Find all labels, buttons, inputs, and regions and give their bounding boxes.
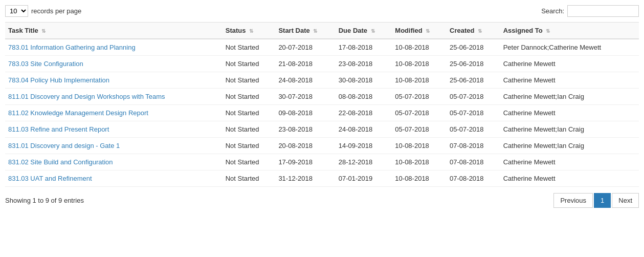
- table-row: 811.03 Refine and Present ReportNot Star…: [5, 121, 639, 138]
- table-row: 811.01 Discovery and Design Workshops wi…: [5, 89, 639, 105]
- showing-entries-text: Showing 1 to 9 of 9 entries: [5, 197, 84, 204]
- cell-assigned-to: Catherine Mewett;Ian Craig: [500, 138, 639, 154]
- cell-task-title: 783.03 Site Configuration: [5, 56, 223, 72]
- cell-due-date: 30-08-2018: [336, 72, 392, 89]
- cell-start-date: 31-12-2018: [275, 170, 335, 187]
- table-row: 831.02 Site Build and ConfigurationNot S…: [5, 154, 639, 170]
- table-row: 831.03 UAT and RefinementNot Started31-1…: [5, 170, 639, 187]
- cell-due-date: 23-08-2018: [336, 56, 392, 72]
- sort-icon-due-date: ⇅: [371, 28, 375, 34]
- task-title-link[interactable]: 831.03 UAT and Refinement: [8, 175, 92, 182]
- task-title-link[interactable]: 811.03 Refine and Present Report: [8, 125, 109, 133]
- cell-modified: 10-08-2018: [392, 56, 447, 72]
- cell-status: Not Started: [223, 154, 276, 170]
- cell-start-date: 20-07-2018: [275, 39, 335, 56]
- col-start-date[interactable]: Start Date ⇅: [275, 23, 335, 39]
- cell-start-date: 30-07-2018: [275, 89, 335, 105]
- task-title-link[interactable]: 831.01 Discovery and design - Gate 1: [8, 142, 120, 149]
- cell-task-title: 811.01 Discovery and Design Workshops wi…: [5, 89, 223, 105]
- cell-start-date: 17-09-2018: [275, 154, 335, 170]
- cell-assigned-to: Catherine Mewett: [500, 56, 639, 72]
- cell-due-date: 08-08-2018: [336, 89, 392, 105]
- sort-icon-status: ⇅: [249, 28, 253, 34]
- table-row: 783.01 Information Gathering and Plannin…: [5, 39, 639, 56]
- sort-icon-created: ⇅: [478, 28, 482, 34]
- cell-status: Not Started: [223, 56, 276, 72]
- search-control: Search:: [541, 5, 639, 17]
- cell-created: 25-06-2018: [447, 56, 500, 72]
- cell-task-title: 831.02 Site Build and Configuration: [5, 154, 223, 170]
- records-per-page-control: 10 25 50 records per page: [5, 5, 81, 17]
- col-created[interactable]: Created ⇅: [447, 23, 500, 39]
- task-title-link[interactable]: 783.03 Site Configuration: [8, 60, 83, 68]
- cell-modified: 10-08-2018: [392, 154, 447, 170]
- bottom-bar: Showing 1 to 9 of 9 entries Previous 1 N…: [5, 193, 639, 208]
- cell-status: Not Started: [223, 105, 276, 121]
- cell-modified: 05-07-2018: [392, 89, 447, 105]
- previous-button[interactable]: Previous: [553, 193, 593, 208]
- cell-modified: 05-07-2018: [392, 121, 447, 138]
- sort-icon-task-title: ⇅: [41, 28, 46, 34]
- pagination-control: Previous 1 Next: [553, 193, 639, 208]
- cell-created: 05-07-2018: [447, 89, 500, 105]
- cell-task-title: 783.01 Information Gathering and Plannin…: [5, 39, 223, 56]
- top-bar: 10 25 50 records per page Search:: [5, 5, 639, 17]
- next-button[interactable]: Next: [612, 193, 639, 208]
- sort-icon-start-date: ⇅: [313, 28, 317, 34]
- cell-status: Not Started: [223, 121, 276, 138]
- cell-assigned-to: Catherine Mewett: [500, 105, 639, 121]
- cell-assigned-to: Catherine Mewett: [500, 170, 639, 187]
- cell-modified: 10-08-2018: [392, 138, 447, 154]
- cell-due-date: 24-08-2018: [336, 121, 392, 138]
- task-title-link[interactable]: 831.02 Site Build and Configuration: [8, 158, 113, 166]
- cell-modified: 05-07-2018: [392, 105, 447, 121]
- cell-start-date: 21-08-2018: [275, 56, 335, 72]
- table-row: 783.03 Site ConfigurationNot Started21-0…: [5, 56, 639, 72]
- cell-created: 25-06-2018: [447, 72, 500, 89]
- cell-task-title: 783.04 Policy Hub Implementation: [5, 72, 223, 89]
- table-header-row: Task Title ⇅ Status ⇅ Start Date ⇅ Due D…: [5, 23, 639, 39]
- cell-modified: 10-08-2018: [392, 170, 447, 187]
- cell-assigned-to: Catherine Mewett: [500, 154, 639, 170]
- cell-due-date: 07-01-2019: [336, 170, 392, 187]
- cell-assigned-to: Catherine Mewett: [500, 72, 639, 89]
- col-modified[interactable]: Modified ⇅: [392, 23, 447, 39]
- records-per-page-select[interactable]: 10 25 50: [5, 5, 28, 17]
- cell-start-date: 24-08-2018: [275, 72, 335, 89]
- table-row: 831.01 Discovery and design - Gate 1Not …: [5, 138, 639, 154]
- search-label: Search:: [541, 7, 564, 15]
- cell-created: 07-08-2018: [447, 170, 500, 187]
- cell-created: 07-08-2018: [447, 138, 500, 154]
- cell-due-date: 22-08-2018: [336, 105, 392, 121]
- sort-icon-modified: ⇅: [426, 28, 430, 34]
- task-title-link[interactable]: 783.04 Policy Hub Implementation: [8, 76, 109, 84]
- task-title-link[interactable]: 811.02 Knowledge Management Design Repor…: [8, 109, 148, 117]
- cell-due-date: 17-08-2018: [336, 39, 392, 56]
- cell-start-date: 09-08-2018: [275, 105, 335, 121]
- cell-created: 07-08-2018: [447, 154, 500, 170]
- task-title-link[interactable]: 783.01 Information Gathering and Plannin…: [8, 44, 136, 51]
- cell-modified: 10-08-2018: [392, 72, 447, 89]
- cell-status: Not Started: [223, 138, 276, 154]
- cell-task-title: 831.03 UAT and Refinement: [5, 170, 223, 187]
- task-title-link[interactable]: 811.01 Discovery and Design Workshops wi…: [8, 93, 165, 100]
- cell-created: 05-07-2018: [447, 121, 500, 138]
- cell-task-title: 811.02 Knowledge Management Design Repor…: [5, 105, 223, 121]
- cell-status: Not Started: [223, 72, 276, 89]
- col-task-title[interactable]: Task Title ⇅: [5, 23, 223, 39]
- table-row: 783.04 Policy Hub ImplementationNot Star…: [5, 72, 639, 89]
- col-assigned-to[interactable]: Assigned To ⇅: [500, 23, 639, 39]
- col-status[interactable]: Status ⇅: [223, 23, 276, 39]
- cell-status: Not Started: [223, 89, 276, 105]
- cell-created: 25-06-2018: [447, 39, 500, 56]
- page-1-button[interactable]: 1: [594, 193, 611, 208]
- cell-task-title: 831.01 Discovery and design - Gate 1: [5, 138, 223, 154]
- search-input[interactable]: [567, 5, 639, 17]
- records-per-page-label: records per page: [31, 7, 81, 15]
- cell-assigned-to: Catherine Mewett;Ian Craig: [500, 121, 639, 138]
- col-due-date[interactable]: Due Date ⇅: [336, 23, 392, 39]
- cell-due-date: 14-09-2018: [336, 138, 392, 154]
- cell-created: 05-07-2018: [447, 105, 500, 121]
- cell-start-date: 23-08-2018: [275, 121, 335, 138]
- cell-status: Not Started: [223, 170, 276, 187]
